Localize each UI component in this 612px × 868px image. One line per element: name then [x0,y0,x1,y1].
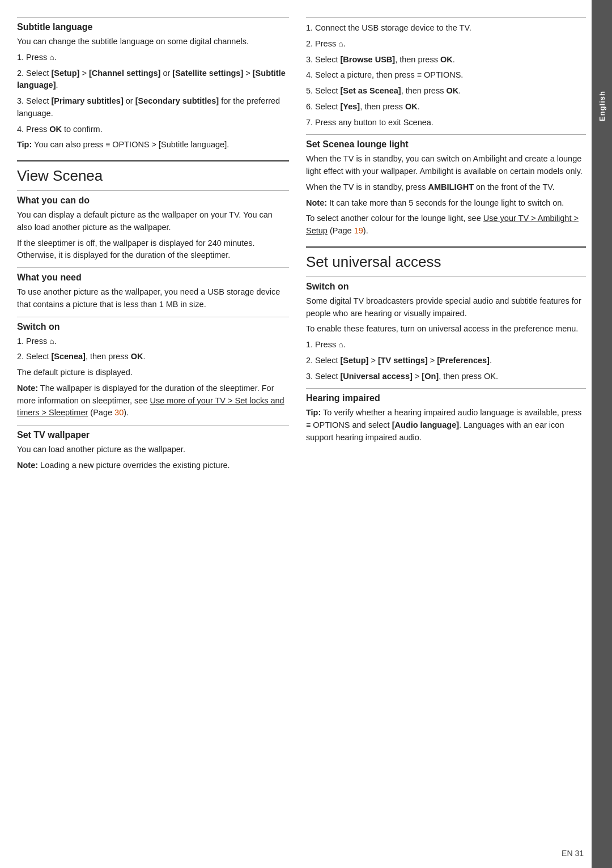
hearing-impaired-title: Hearing impaired [306,393,586,403]
connect-usb-step1: 1. Connect the USB storage device to the… [306,22,586,35]
connect-usb-step7: 7. Press any button to exit Scenea. [306,117,586,129]
subtitle-tip: Tip: You can also press OPTIONS > [Subti… [17,139,289,151]
subtitle-step2: 2. Select [Setup] > [Channel settings] o… [17,67,289,92]
sidebar-language-label: English [598,91,606,121]
universal-step2: 2. Select [Setup] > [TV settings] > [Pre… [306,355,586,367]
what-you-can-do-p2: If the sleeptimer is off, the wallpaper … [17,237,289,262]
page-container: Subtitle language You can change the sub… [0,0,612,868]
universal-access-title: Set universal access [306,253,586,271]
sleeptimer-link[interactable]: 30 [114,408,124,417]
universal-access-major-divider [306,246,586,248]
connect-usb-step3: 3. Select [Browse USB], then press OK. [306,54,586,66]
set-tv-wallpaper-title: Set TV wallpaper [17,430,289,440]
subtitle-step4: 4. Press OK to confirm. [17,124,289,136]
universal-switch-on-p2: To enable these features, turn on univer… [306,323,586,335]
what-you-can-do-p1: You can display a default picture as the… [17,209,289,234]
top-divider [17,17,289,18]
scenea-lounge-divider [306,134,586,135]
scenea-lounge-p3: To select another colour for the lounge … [306,212,586,237]
left-column: Subtitle language You can change the sub… [17,11,300,845]
options-icon-1 [105,140,110,149]
universal-step1: 1. Press . [306,339,586,351]
subtitle-language-desc: You can change the subtitle language on … [17,36,289,48]
switch-on-default: The default picture is displayed. [17,367,289,379]
connect-usb-step6: 6. Select [Yes], then press OK. [306,101,586,113]
home-icon-4 [338,340,343,349]
home-icon-3 [338,39,343,48]
subtitle-step1: 1. Press . [17,52,289,64]
set-tv-wallpaper-divider [17,425,289,426]
scenea-lounge-p1: When the TV is in standby, you can switc… [306,153,586,178]
universal-switch-on-title: Switch on [306,282,586,292]
switch-on-divider [17,317,289,317]
connect-usb-step4: 4. Select a picture, then press OPTIONS. [306,69,586,82]
page-footer: EN 31 [562,849,584,858]
connect-usb-divider [306,17,586,18]
hearing-impaired-divider [306,388,586,389]
what-you-can-do-title: What you can do [17,195,289,206]
connect-usb-step2: 2. Press . [306,38,586,50]
switch-on-note: Note: The wallpaper is displayed for the… [17,382,289,419]
set-tv-wallpaper-p1: You can load another picture as the wall… [17,444,289,456]
options-icon-2 [417,70,422,79]
switch-on-step2: 2. Select [Scenea], then press OK. [17,351,289,363]
subtitle-language-title: Subtitle language [17,22,289,32]
ambilight-link[interactable]: 19 [354,226,363,235]
connect-usb-step5: 5. Select [Set as Scenea], then press OK… [306,85,586,97]
switch-on-step1: 1. Press . [17,335,289,348]
subtitle-step3: 3. Select [Primary subtitles] or [Second… [17,95,289,120]
home-icon-1 [49,53,54,62]
sidebar: English [592,0,612,868]
what-you-need-title: What you need [17,273,289,283]
what-you-need-p1: To use another picture as the wallpaper,… [17,286,289,311]
scenea-major-divider [17,160,289,161]
hearing-impaired-tip: Tip: To verify whether a hearing impaire… [306,407,586,444]
universal-switch-on-divider [306,276,586,277]
scenea-lounge-note: Note: It can take more than 5 seconds fo… [306,197,586,210]
home-icon-2 [49,337,54,346]
view-scenea-title: View Scenea [17,167,289,185]
main-content: Subtitle language You can change the sub… [0,0,592,868]
universal-step3: 3. Select [Universal access] > [On], the… [306,371,586,383]
switch-on-title: Switch on [17,322,289,332]
what-you-need-divider [17,267,289,268]
universal-switch-on-p1: Some digital TV broadcasters provide spe… [306,295,586,320]
set-tv-wallpaper-p2: Note: Loading a new picture overrides th… [17,459,289,472]
scenea-lounge-title: Set Scenea lounge light [306,139,586,150]
scenea-lounge-p2: When the TV is in standby, press AMBILIG… [306,181,586,194]
options-icon-3 [306,420,311,429]
right-column: 1. Connect the USB storage device to the… [300,11,586,845]
what-you-can-do-divider [17,190,289,191]
